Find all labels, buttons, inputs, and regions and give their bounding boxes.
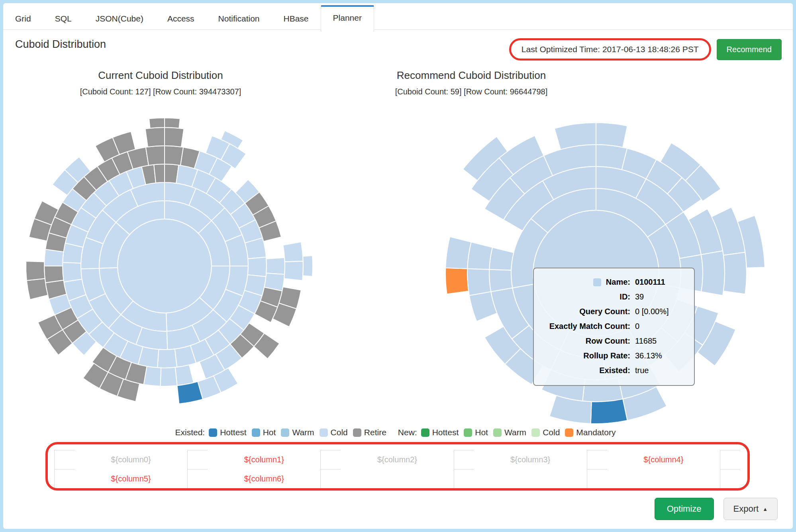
legend-group-label: New: xyxy=(398,428,417,437)
tab-hbase[interactable]: HBase xyxy=(272,7,321,30)
cuboid-segment[interactable] xyxy=(489,247,514,270)
legend-item-hottest: Hottest xyxy=(421,428,459,437)
legend-swatch-icon xyxy=(421,428,429,437)
recommend-button[interactable]: Recommend xyxy=(717,39,782,60)
cuboid-segment[interactable] xyxy=(283,242,303,262)
cuboid-segment[interactable] xyxy=(284,261,303,281)
tooltip-label: Rollup Rate: xyxy=(541,348,630,363)
legend-item-label: Hot xyxy=(263,428,276,437)
cuboid-segment[interactable] xyxy=(445,268,469,294)
current-chart-title: Current Cuboid Distribution xyxy=(3,69,318,82)
legend-item-label: Retire xyxy=(364,428,386,437)
recommend-chart-counts: [Cuboid Count: 59] [Row Count: 96644798] xyxy=(314,87,629,96)
legend-item-label: Cold xyxy=(331,428,348,437)
tooltip-value: true xyxy=(635,363,685,378)
cuboid-segment[interactable] xyxy=(266,258,285,274)
cuboid-segment[interactable] xyxy=(63,262,82,282)
legend-item-warm: Warm xyxy=(281,428,314,437)
tooltip-label: Name: xyxy=(541,275,630,289)
tooltip-row: Query Count:0 [0.00%] xyxy=(541,304,685,319)
tooltip-value: 36.13% xyxy=(635,348,685,363)
cuboid-segment[interactable] xyxy=(248,257,267,277)
tab-notification[interactable]: Notification xyxy=(206,7,272,30)
cuboid-segment[interactable] xyxy=(154,164,165,183)
tab-planner[interactable]: Planner xyxy=(321,5,374,31)
cuboid-segment[interactable] xyxy=(146,146,165,165)
tooltip-value: 0 xyxy=(635,319,685,334)
tooltip-value: 39 xyxy=(635,289,685,304)
cuboid-segment[interactable] xyxy=(145,127,165,147)
legend-group-label: Existed: xyxy=(175,428,205,437)
legend-swatch-icon xyxy=(209,428,217,437)
export-button-label: Export xyxy=(733,504,759,514)
cuboid-color-swatch-icon xyxy=(593,278,601,286)
legend-swatch-icon xyxy=(464,428,472,437)
optimize-button[interactable]: Optimize xyxy=(655,498,714,520)
cuboid-segment[interactable] xyxy=(175,365,194,385)
cuboid-segment[interactable] xyxy=(591,399,627,424)
legend-item-cold: Cold xyxy=(320,428,348,437)
legend-swatch-icon xyxy=(565,428,573,437)
tab-sql[interactable]: SQL xyxy=(43,7,84,30)
cuboid-segment[interactable] xyxy=(701,251,725,295)
current-cuboid-sunburst[interactable] xyxy=(5,114,324,417)
legend-swatch-icon xyxy=(281,428,289,437)
tooltip-row: Name:0100111 xyxy=(541,275,685,289)
legend-swatch-icon xyxy=(353,428,361,437)
recommend-chart-header: Recommend Cuboid Distribution [Cuboid Co… xyxy=(314,69,629,96)
cuboid-segment[interactable] xyxy=(149,118,165,128)
legend-item-label: Hot xyxy=(475,428,488,437)
tooltip-row: Rollup Rate:36.13% xyxy=(541,348,685,363)
columns-annotation xyxy=(45,442,750,491)
cuboid-segment[interactable] xyxy=(165,118,180,128)
legend-item-mandatory: Mandatory xyxy=(565,428,616,437)
cuboid-segment[interactable] xyxy=(177,381,203,404)
cuboid-segment[interactable] xyxy=(596,123,627,147)
cuboid-segment[interactable] xyxy=(157,349,177,368)
legend-item-cold: Cold xyxy=(531,428,560,437)
cube-planner-page: GridSQLJSON(Cube)AccessNotificationHBase… xyxy=(3,3,793,529)
cuboid-root-segment[interactable] xyxy=(118,219,212,313)
current-chart-counts: [Cuboid Count: 127] [Row Count: 39447330… xyxy=(3,87,318,96)
cuboid-segment[interactable] xyxy=(165,127,184,147)
legend-item-hot: Hot xyxy=(464,428,488,437)
tab-bar: GridSQLJSON(Cube)AccessNotificationHBase… xyxy=(3,3,793,30)
tab-access[interactable]: Access xyxy=(155,7,206,30)
cuboid-segment[interactable] xyxy=(723,252,747,294)
cuboid-segment[interactable] xyxy=(489,270,512,292)
caret-up-icon: ▲ xyxy=(763,507,768,512)
legend-item-retire: Retire xyxy=(353,428,386,437)
cuboid-segment[interactable] xyxy=(467,242,492,270)
cuboid-segment[interactable] xyxy=(467,269,491,295)
legend-swatch-icon xyxy=(531,428,540,437)
cuboid-segment[interactable] xyxy=(445,237,471,269)
header-actions: Last Optimized Time: 2017-06-13 18:48:26… xyxy=(509,38,782,61)
tab-json-cube[interactable]: JSON(Cube) xyxy=(84,7,155,30)
cuboid-segment[interactable] xyxy=(26,261,45,281)
legend-item-label: Warm xyxy=(504,428,526,437)
tab-grid[interactable]: Grid xyxy=(3,7,43,30)
tooltip-label: Existed: xyxy=(541,363,630,378)
last-optimized-annotation: Last Optimized Time: 2017-06-13 18:48:26… xyxy=(509,38,711,61)
cuboid-segment[interactable] xyxy=(44,266,64,283)
legend: Existed:HottestHotWarmColdRetireNew:Hott… xyxy=(3,426,793,439)
tooltip-row: Exactly Match Count:0 xyxy=(541,319,685,334)
cuboid-segment[interactable] xyxy=(303,256,313,276)
tooltip-label: Exactly Match Count: xyxy=(541,319,630,334)
legend-item-warm: Warm xyxy=(493,428,526,437)
tooltip-label: ID: xyxy=(541,289,630,304)
legend-swatch-icon xyxy=(320,428,328,437)
tooltip-row: Existed:true xyxy=(541,363,685,378)
legend-item-label: Cold xyxy=(543,428,560,437)
legend-item-label: Hottest xyxy=(432,428,459,437)
tooltip-row: ID:39 xyxy=(541,289,685,304)
export-button[interactable]: Export ▲ xyxy=(723,498,778,520)
legend-item-label: Warm xyxy=(292,428,314,437)
cuboid-tooltip: Name:0100111ID:39Query Count:0 [0.00%]Ex… xyxy=(533,268,695,386)
legend-item-label: Mandatory xyxy=(576,428,616,437)
legend-item-hot: Hot xyxy=(252,428,276,437)
cuboid-segment[interactable] xyxy=(27,279,48,300)
cuboid-segment[interactable] xyxy=(165,146,183,165)
page-title: Cuboid Distribution xyxy=(15,38,106,51)
cuboid-segment[interactable] xyxy=(161,368,177,386)
